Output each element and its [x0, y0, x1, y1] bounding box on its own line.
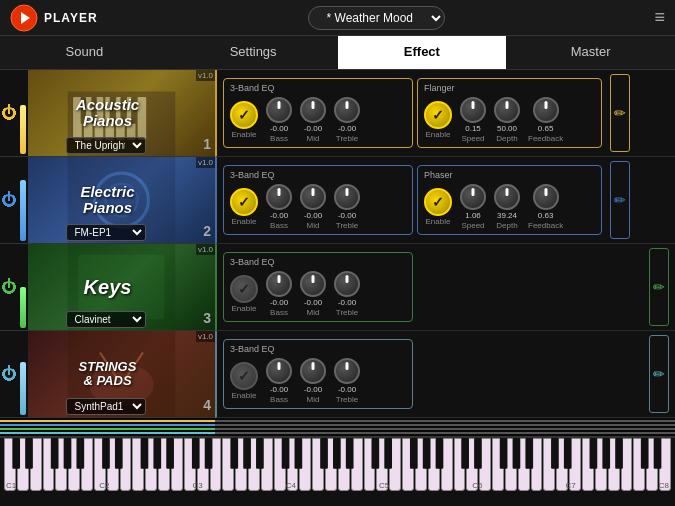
- edit-btn-2[interactable]: ✏: [610, 161, 630, 239]
- eq-enable-btn-3[interactable]: ✓: [230, 275, 258, 303]
- eq-bass-knob-2[interactable]: [266, 184, 292, 210]
- bar-seg-green: [0, 428, 215, 430]
- effect-row-2: 3-Band EQ ✓ Enable -0.00 Bass -0.00 Mi: [215, 157, 675, 244]
- octave-labels: C1 C2 C3 C4 C5 C6 C7 C8: [2, 481, 673, 490]
- octave-c3: C3: [193, 481, 203, 490]
- eq-mid-knob-2[interactable]: [300, 184, 326, 210]
- eq-knob-row-2: ✓ Enable -0.00 Bass -0.00 Mid: [230, 184, 406, 230]
- fx-speed-val-1: 0.15: [465, 124, 481, 133]
- sounds-panel: ⏻: [0, 70, 215, 418]
- eq-treble-val-2: -0.00: [338, 211, 356, 220]
- bar-seg-blue: [0, 424, 215, 426]
- preset-select-4[interactable]: SynthPad1: [66, 398, 146, 415]
- eq-enable-btn-1[interactable]: ✓: [230, 101, 258, 129]
- fx-enable-btn-1[interactable]: ✓: [424, 101, 452, 129]
- color-bar-1: [0, 420, 675, 422]
- eq-treble-knob-3[interactable]: [334, 271, 360, 297]
- eq-treble-knob-2[interactable]: [334, 184, 360, 210]
- octave-c5: C5: [379, 481, 389, 490]
- sound-title-2: Electric Pianos: [80, 184, 134, 217]
- eq-enable-btn-4[interactable]: ✓: [230, 362, 258, 390]
- eq-mid-1: -0.00 Mid: [300, 97, 326, 143]
- effect-row-4: 3-Band EQ ✓ Enable -0.00 Bass -0.00 Mi: [215, 331, 675, 418]
- sound-slot-4: ⏻ Strings & Pad: [0, 331, 215, 418]
- fx-title-2: Phaser: [424, 170, 595, 180]
- fx-speed-label-1: Speed: [461, 134, 484, 143]
- eq-enable-btn-2[interactable]: ✓: [230, 188, 258, 216]
- fx-depth-knob-1[interactable]: [494, 97, 520, 123]
- eq-bass-1: -0.00 Bass: [266, 97, 292, 143]
- eq-treble-knob-4[interactable]: [334, 358, 360, 384]
- eq-section-3: 3-Band EQ ✓ Enable -0.00 Bass -0.00 Mi: [223, 252, 413, 322]
- fx-speed-val-2: 1.06: [465, 211, 481, 220]
- fx-knob-row-1: ✓ Enable 0.15 Speed 50.00 Depth: [424, 97, 595, 143]
- fx-param1-2: 1.06 Speed: [460, 184, 486, 230]
- eq-enable-4: ✓ Enable: [230, 362, 258, 400]
- eq-mid-knob-1[interactable]: [300, 97, 326, 123]
- eq-bass-4: -0.00 Bass: [266, 358, 292, 404]
- menu-icon[interactable]: ≡: [654, 7, 665, 28]
- fx-speed-knob-2[interactable]: [460, 184, 486, 210]
- piano-keyboard[interactable]: const wkContainer = document.querySelect…: [0, 436, 675, 491]
- fx-enable-btn-2[interactable]: ✓: [424, 188, 452, 216]
- eq-bass-knob-1[interactable]: [266, 97, 292, 123]
- fx-depth-val-1: 50.00: [497, 124, 517, 133]
- tab-master[interactable]: Master: [506, 36, 675, 69]
- color-bar-4: [0, 432, 675, 434]
- fx-feedback-knob-1[interactable]: [533, 97, 559, 123]
- bar-seg-gray-1: [215, 420, 675, 422]
- slot-number-1: 1: [203, 136, 211, 152]
- fx-feedback-label-1: Feedback: [528, 134, 563, 143]
- eq-bass-knob-4[interactable]: [266, 358, 292, 384]
- preset-selector[interactable]: * Weather Mood: [308, 6, 445, 30]
- preset-select-1[interactable]: The Upright: [66, 137, 146, 154]
- edit-btn-1[interactable]: ✏: [610, 74, 630, 152]
- numa-logo-icon: [10, 4, 38, 32]
- fx-feedback-knob-2[interactable]: [533, 184, 559, 210]
- sound-slot-2: ⏻ Electric Pianos: [0, 157, 215, 244]
- bar-seg-yellow: [0, 420, 215, 422]
- fx-speed-knob-1[interactable]: [460, 97, 486, 123]
- version-3: v1.0: [196, 244, 215, 255]
- fx-depth-val-2: 39.24: [497, 211, 517, 220]
- tab-settings[interactable]: Settings: [169, 36, 338, 69]
- fx-param1-1: 0.15 Speed: [460, 97, 486, 143]
- bar-seg-gray-4: [215, 432, 675, 434]
- eq-section-4: 3-Band EQ ✓ Enable -0.00 Bass -0.00 Mi: [223, 339, 413, 409]
- effect-row-1: 3-Band EQ ✓ Enable -0.00 Bass -0.00 Mi: [215, 70, 675, 157]
- eq-bass-val-4: -0.00: [270, 385, 288, 394]
- fx-param2-1: 50.00 Depth: [494, 97, 520, 143]
- eq-treble-knob-1[interactable]: [334, 97, 360, 123]
- fx-depth-knob-2[interactable]: [494, 184, 520, 210]
- slot-number-4: 4: [203, 397, 211, 413]
- octave-c4: C4: [286, 481, 296, 490]
- eq-knob-row-3: ✓ Enable -0.00 Bass -0.00 Mid: [230, 271, 406, 317]
- edit-btn-4[interactable]: ✏: [649, 335, 669, 413]
- preset-row-4: SynthPad1: [18, 398, 193, 415]
- fx-param2-2: 39.24 Depth: [494, 184, 520, 230]
- eq-section-1: 3-Band EQ ✓ Enable -0.00 Bass -0.00 Mi: [223, 78, 413, 148]
- fx-title-1: Flanger: [424, 83, 595, 93]
- tab-sound[interactable]: Sound: [0, 36, 169, 69]
- eq-bass-knob-3[interactable]: [266, 271, 292, 297]
- tab-effect[interactable]: Effect: [338, 36, 507, 69]
- eq-treble-1: -0.00 Treble: [334, 97, 360, 143]
- eq-title-4: 3-Band EQ: [230, 344, 406, 354]
- preset-select-2[interactable]: FM-EP1: [66, 224, 146, 241]
- eq-mid-knob-4[interactable]: [300, 358, 326, 384]
- eq-mid-knob-3[interactable]: [300, 271, 326, 297]
- version-1: v1.0: [196, 70, 215, 81]
- eq-mid-val-2: -0.00: [304, 211, 322, 220]
- eq-bass-val-3: -0.00: [270, 298, 288, 307]
- sound-slot-1: ⏻: [0, 70, 215, 157]
- preset-select-3[interactable]: Clavinet: [66, 311, 146, 328]
- octave-c2: C2: [99, 481, 109, 490]
- nav-tabs: Sound Settings Effect Master: [0, 36, 675, 70]
- fx-param3-1: 0.65 Feedback: [528, 97, 563, 143]
- edit-btn-3[interactable]: ✏: [649, 248, 669, 326]
- eq-title-3: 3-Band EQ: [230, 257, 406, 267]
- slot-number-3: 3: [203, 310, 211, 326]
- fx-feedback-label-2: Feedback: [528, 221, 563, 230]
- fx-enable-1: ✓ Enable: [424, 101, 452, 139]
- bar-seg-gray-2: [215, 424, 675, 426]
